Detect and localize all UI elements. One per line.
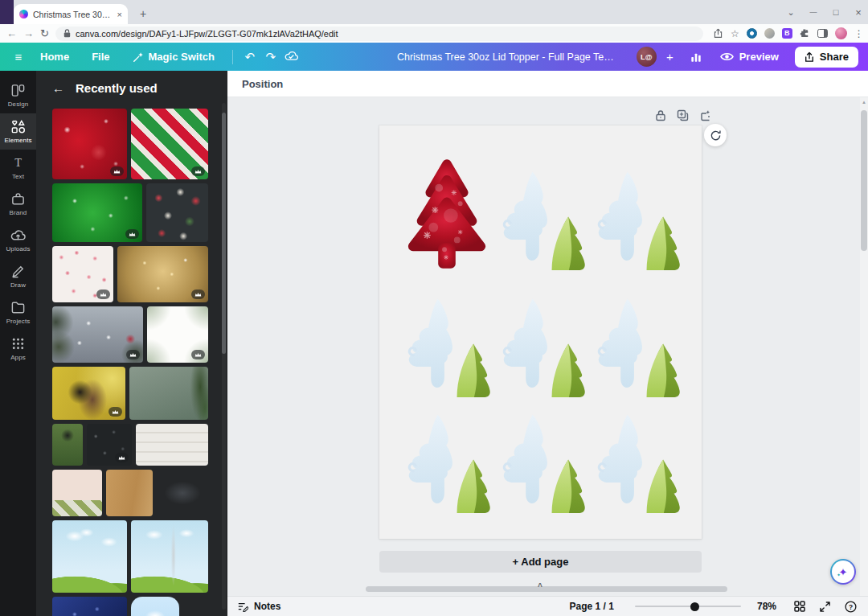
notes-button[interactable]: Notes bbox=[237, 601, 280, 612]
canvas-object-red-tree[interactable] bbox=[403, 156, 495, 280]
canvas-object-template-blank[interactable] bbox=[498, 283, 590, 407]
home-button[interactable]: Home bbox=[31, 46, 79, 68]
fullscreen-icon[interactable] bbox=[820, 602, 830, 612]
bookmark-star-icon[interactable]: ☆ bbox=[731, 28, 739, 39]
extension-b-icon[interactable]: B bbox=[782, 28, 792, 39]
position-button[interactable]: Position bbox=[242, 78, 283, 90]
back-button[interactable]: ← bbox=[6, 27, 17, 39]
green-pine-tree-shape bbox=[547, 458, 587, 516]
new-tab-button[interactable]: + bbox=[135, 6, 151, 23]
magic-switch-button[interactable]: Magic Switch bbox=[123, 46, 224, 68]
browser-menu-icon[interactable]: ⋮ bbox=[854, 28, 864, 39]
side-panel-icon[interactable] bbox=[817, 29, 828, 38]
sidebar-item-elements[interactable]: Elements bbox=[0, 113, 36, 150]
add-page-icon[interactable] bbox=[697, 108, 711, 122]
sidebar-item-projects[interactable]: Projects bbox=[0, 294, 36, 331]
thumbnail-gold-glitter[interactable] bbox=[117, 246, 208, 302]
panel-scrollbar[interactable] bbox=[222, 103, 226, 610]
window-minimize-button[interactable]: — bbox=[809, 8, 818, 16]
canva-assistant-button[interactable]: ✦ ✦ bbox=[830, 559, 856, 585]
thumbnail-winter-wood[interactable] bbox=[52, 306, 143, 363]
canvas-object-template-blank[interactable] bbox=[498, 399, 590, 523]
address-bar[interactable]: canva.com/design/DAFy1-LJFpw/ZLGGT-G07mk… bbox=[55, 27, 703, 41]
design-page[interactable] bbox=[379, 125, 702, 539]
file-button[interactable]: File bbox=[82, 46, 119, 68]
browser-toolbar: ← → ↻ canva.com/design/DAFy1-LJFpw/ZLGGT… bbox=[0, 24, 868, 43]
extension-gray-icon[interactable] bbox=[764, 28, 775, 39]
forward-button[interactable]: → bbox=[23, 27, 34, 39]
thumbnail-landscape-clouds[interactable] bbox=[52, 520, 127, 593]
canvas-object-template-blank[interactable] bbox=[593, 399, 685, 523]
zoom-slider[interactable] bbox=[635, 606, 741, 607]
collapse-bottom-icon[interactable]: ^ bbox=[538, 582, 542, 591]
pro-crown-badge bbox=[191, 290, 205, 299]
url-text: canva.com/design/DAFy1-LJFpw/ZLGGT-G07mk… bbox=[76, 29, 338, 39]
pro-crown-badge bbox=[191, 166, 205, 176]
thumbnail-landscape-tornado[interactable] bbox=[131, 520, 208, 593]
thumbnail-red-snowflakes[interactable] bbox=[52, 109, 127, 179]
grid-view-icon[interactable] bbox=[794, 601, 805, 612]
pro-crown-badge bbox=[96, 290, 110, 299]
thumbnail-green-sparkle[interactable] bbox=[52, 183, 142, 242]
main-menu-icon[interactable]: ≡ bbox=[10, 50, 27, 64]
extension-target-icon[interactable] bbox=[747, 28, 757, 39]
canvas-vertical-scrollbar[interactable]: ▲ bbox=[860, 97, 868, 596]
thumbnail-candy-canes[interactable] bbox=[52, 246, 113, 302]
thumbnail-greenery-person[interactable] bbox=[52, 424, 83, 466]
panel-title: Recently used bbox=[76, 81, 158, 95]
add-page-button[interactable]: + Add page bbox=[379, 551, 702, 573]
zoom-slider-knob[interactable] bbox=[690, 602, 699, 611]
scroll-up-arrow[interactable]: ▲ bbox=[860, 100, 868, 105]
thumbnail-greenery-frame[interactable] bbox=[147, 306, 208, 363]
thumbnail-blue-texture[interactable] bbox=[52, 597, 127, 616]
redo-button[interactable]: ↷ bbox=[262, 50, 280, 64]
document-title[interactable]: Christmas Tree 30oz Lid Topper - Full Pa… bbox=[397, 51, 622, 63]
thumbnail-christmas-pattern[interactable] bbox=[146, 183, 208, 242]
sidebar-item-draw[interactable]: Draw bbox=[0, 258, 36, 294]
green-pine-tree-shape bbox=[452, 458, 492, 516]
canvas-object-template-blank[interactable] bbox=[403, 399, 495, 523]
undo-button[interactable]: ↶ bbox=[241, 50, 259, 64]
thumbnail-white-wood[interactable] bbox=[136, 424, 208, 466]
sidebar-item-uploads[interactable]: Uploads bbox=[0, 222, 36, 258]
lock-page-icon[interactable] bbox=[653, 108, 668, 122]
thumbnail-dark-speckle[interactable] bbox=[87, 424, 132, 466]
thumbnail-cloud-rounded[interactable] bbox=[131, 597, 179, 616]
help-icon[interactable]: ? bbox=[845, 601, 857, 613]
browser-tab[interactable]: Christmas Tree 30oz Lid Topper × bbox=[14, 4, 128, 24]
canvas-object-template-blank[interactable] bbox=[498, 156, 590, 280]
sidebar-item-brand[interactable]: Brand bbox=[0, 186, 36, 222]
window-close-button[interactable]: × bbox=[854, 6, 863, 18]
extensions-puzzle-icon[interactable] bbox=[800, 28, 810, 39]
sidebar-item-apps[interactable]: Apps bbox=[0, 331, 36, 367]
window-maximize-button[interactable]: □ bbox=[831, 7, 841, 17]
thumbnail-candy-stripes[interactable] bbox=[131, 109, 208, 179]
add-collaborator-button[interactable]: + bbox=[660, 50, 680, 64]
regenerate-button[interactable] bbox=[704, 124, 727, 146]
canvas-object-template-blank[interactable] bbox=[593, 283, 685, 407]
design-canvas[interactable]: + Add page ✦ ✦ ▲ ^ bbox=[227, 97, 868, 596]
reload-button[interactable]: ↻ bbox=[40, 27, 49, 39]
share-button[interactable]: Share bbox=[795, 47, 858, 68]
panel-back-button[interactable]: ← bbox=[52, 81, 64, 95]
thumbnail-beige-diamond[interactable] bbox=[52, 470, 102, 516]
pro-crown-badge bbox=[108, 407, 122, 417]
duplicate-page-icon[interactable] bbox=[675, 108, 690, 122]
thumbnail-green-wall-ivy[interactable] bbox=[129, 367, 208, 420]
user-avatar[interactable]: L@ bbox=[637, 47, 657, 67]
preview-button[interactable]: Preview bbox=[712, 46, 787, 68]
browser-profile-avatar[interactable] bbox=[835, 27, 847, 39]
sidebar-item-design[interactable]: Design bbox=[0, 77, 36, 113]
insights-chart-icon[interactable] bbox=[683, 51, 709, 63]
thumbnail-gray-blob[interactable] bbox=[157, 470, 208, 516]
thumbnail-camera-woman[interactable] bbox=[52, 367, 125, 420]
vertical-scroll-thumb[interactable] bbox=[861, 110, 867, 251]
thumbnail-wood-grain[interactable] bbox=[106, 470, 153, 516]
canvas-horizontal-scroll-thumb[interactable] bbox=[366, 586, 727, 592]
share-page-icon[interactable] bbox=[713, 28, 723, 39]
sidebar-item-text[interactable]: T Text bbox=[0, 150, 36, 186]
canvas-object-template-blank[interactable] bbox=[593, 156, 685, 280]
tab-close-icon[interactable]: × bbox=[117, 10, 122, 19]
tab-search-icon[interactable]: ⌄ bbox=[786, 7, 796, 18]
canvas-object-template-blank[interactable] bbox=[403, 283, 495, 407]
